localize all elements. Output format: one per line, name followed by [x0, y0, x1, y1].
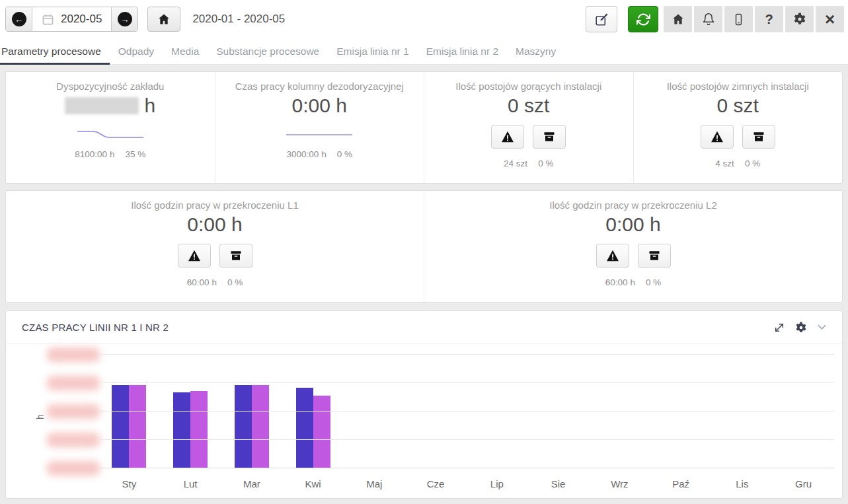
sparkline-step-down — [76, 129, 145, 139]
bar-group-lis — [712, 355, 773, 468]
alarms-button[interactable] — [701, 125, 734, 149]
footer-percent: 0 % — [745, 159, 760, 168]
bell-icon — [702, 13, 715, 26]
x-axis-label: Maj — [344, 478, 405, 489]
prev-period-button[interactable]: ← — [6, 7, 32, 31]
home-period-button[interactable] — [147, 7, 180, 32]
gridline — [98, 468, 834, 468]
notifications-button[interactable] — [694, 6, 722, 32]
period-navigator: ← 2020-05 → — [5, 7, 138, 32]
tab-emisja-linia-2[interactable]: Emisja linia nr 2 — [418, 40, 507, 64]
kpi-card-postoje-gorace: Ilość postojów gorących instalacji 0 szt — [424, 72, 633, 183]
kpi-card-czas-kolumny: Czas pracy kolumny dezodoryzacyjnej 0:00… — [215, 72, 424, 183]
bar-group-sie — [527, 355, 589, 468]
footer-percent: 0 % — [337, 149, 352, 159]
redacted-y-tick-label — [47, 404, 100, 419]
tab-substancje-procesowe[interactable]: Substancje procesowe — [208, 40, 328, 64]
refresh-button[interactable] — [628, 6, 658, 32]
alarms-button[interactable] — [491, 125, 524, 149]
tab-parametry-procesowe[interactable]: Parametry procesowe — [0, 40, 110, 65]
sparkline-flat — [285, 129, 354, 139]
question-icon: ? — [765, 12, 773, 27]
footer-percent: 0 % — [538, 159, 553, 168]
top-toolbar: ← 2020-05 → 2020-01 - 2020-05 — [0, 0, 848, 38]
edit-button[interactable] — [586, 6, 617, 32]
card-footer: 60:00 h 0 % — [605, 277, 661, 287]
collapse-chart-button[interactable] — [818, 324, 826, 330]
x-axis-label: Wrz — [589, 478, 650, 489]
chevron-down-icon — [818, 324, 826, 330]
bar-linia-nr-1 — [173, 392, 190, 468]
kpi-card-przekroczenie-l2: Ilość godzin pracy w przekroczeniu L2 0:… — [424, 191, 842, 302]
bar-group-sty — [98, 355, 160, 468]
card-buttons — [491, 125, 566, 149]
bar-linia-nr-2 — [313, 396, 330, 468]
tab-odpady[interactable]: Odpady — [110, 40, 163, 64]
alarms-button[interactable] — [596, 244, 629, 268]
y-axis-title: h — [35, 414, 46, 419]
bar-linia-nr-1 — [112, 385, 129, 468]
period-value: 2020-05 — [61, 13, 102, 26]
expand-chart-button[interactable] — [774, 322, 785, 333]
x-axis-label: Sty — [98, 478, 160, 489]
card-value: h — [65, 94, 155, 117]
alarms-button[interactable] — [178, 244, 211, 268]
x-axis-label: Cze — [405, 478, 467, 489]
card-footer: 3000:00 h 0 % — [287, 149, 352, 159]
edit-icon — [595, 13, 609, 26]
kpi-card-postoje-zimne: Ilość postojów zimnych instalacji 0 szt — [633, 72, 843, 183]
settings-button[interactable] — [785, 6, 814, 32]
bar-group-gru — [773, 355, 834, 468]
card-footer: 24 szt 0 % — [504, 159, 553, 168]
card-footer: 60:00 h 0 % — [187, 277, 243, 287]
card-footer: 8100:00 h 35 % — [75, 149, 145, 159]
x-axis-label: Sie — [527, 478, 589, 489]
archive-button[interactable] — [742, 125, 775, 149]
kpi-panel-row1: Dyspozycyjność zakładu h 8100:00 h 35 % … — [5, 71, 843, 184]
period-input[interactable]: 2020-05 — [32, 7, 111, 31]
close-icon: × — [825, 13, 835, 26]
card-title: Ilość godzin pracy w przekroczeniu L2 — [549, 199, 716, 211]
x-axis-labels: StyLutMarKwiMajCzeLipSieWrzPaźLisGru — [98, 478, 834, 489]
chart-actions — [774, 322, 826, 334]
period-range-label: 2020-01 - 2020-05 — [192, 13, 285, 26]
bars-row — [98, 355, 834, 468]
x-axis-label: Kwi — [282, 478, 344, 489]
tab-maszyny[interactable]: Maszyny — [507, 40, 564, 64]
card-value: 0 szt — [717, 94, 759, 117]
footer-reference: 3000:00 h — [287, 149, 327, 159]
tab-emisja-linia-1[interactable]: Emisja linia nr 1 — [328, 40, 417, 64]
bar-group-maj — [344, 355, 405, 468]
footer-reference: 8100:00 h — [75, 149, 114, 159]
archive-button[interactable] — [533, 125, 566, 149]
x-axis-label: Lis — [712, 478, 773, 489]
chart-title: CZAS PRACY LINII NR 1 I NR 2 — [22, 322, 169, 333]
bar-group-cze — [405, 355, 467, 468]
bar-group-mar — [221, 355, 283, 468]
kpi-card-przekroczenie-l1: Ilość godzin pracy w przekroczeniu L1 0:… — [6, 191, 424, 302]
mobile-button[interactable] — [724, 6, 753, 32]
tab-media[interactable]: Media — [163, 40, 208, 64]
redacted-y-tick-label — [47, 433, 100, 447]
home-icon — [672, 13, 685, 26]
bar-group-lut — [160, 355, 221, 468]
archive-button[interactable] — [638, 244, 671, 268]
close-button[interactable]: × — [816, 6, 844, 32]
chart-settings-button[interactable] — [795, 322, 807, 334]
x-axis-label: Lut — [160, 478, 221, 489]
kpi-card-dyspozycyjnosc: Dyspozycyjność zakładu h 8100:00 h 35 % — [6, 72, 215, 183]
archive-button[interactable] — [219, 244, 252, 268]
home-icon — [157, 13, 171, 26]
mobile-icon — [732, 13, 745, 26]
x-axis-label: Gru — [773, 478, 834, 489]
warning-icon — [606, 250, 619, 262]
next-period-button[interactable]: → — [111, 7, 137, 31]
bar-linia-nr-2 — [129, 385, 146, 468]
bar-linia-nr-1 — [296, 388, 313, 468]
home-button[interactable] — [664, 6, 692, 32]
expand-icon — [774, 322, 785, 333]
gridline — [98, 382, 834, 383]
warning-icon — [711, 131, 724, 143]
card-unit: h — [144, 94, 155, 116]
help-button[interactable]: ? — [755, 6, 783, 32]
